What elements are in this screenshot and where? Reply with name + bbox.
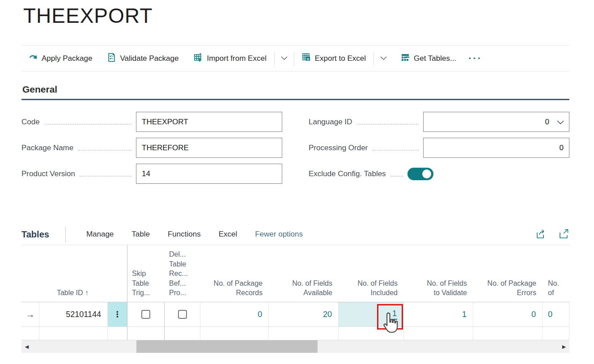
dotted-leader xyxy=(356,119,419,125)
import-from-excel-icon xyxy=(194,53,203,64)
package-name-field-row: Package Name xyxy=(21,138,282,158)
menu-excel[interactable]: Excel xyxy=(210,224,246,245)
general-right-column: Language ID Processing Order Exclude Con… xyxy=(309,112,569,190)
open-in-new-button[interactable] xyxy=(559,229,569,240)
export-to-excel-button[interactable]: X Export to Excel xyxy=(294,46,373,71)
chevron-down-icon xyxy=(281,55,288,62)
menu-fewer-options[interactable]: Fewer options xyxy=(246,224,312,245)
chevron-down-icon xyxy=(380,55,387,62)
get-tables-label: Get Tables... xyxy=(414,54,456,63)
share-button[interactable] xyxy=(536,229,547,240)
col-header-delete-table-records[interactable]: Del... Table Rec... Bef... Pro... xyxy=(165,245,200,302)
dotted-leader xyxy=(390,171,403,177)
skip-table-triggers-checkbox[interactable] xyxy=(141,310,150,319)
empty-cell[interactable] xyxy=(21,327,39,340)
general-left-column: Code Package Name Product Version xyxy=(21,112,282,190)
page-title: THEEXPORT xyxy=(23,4,153,28)
validate-package-button[interactable]: Validate Package xyxy=(100,46,186,71)
language-id-input[interactable] xyxy=(423,112,569,132)
empty-cell[interactable] xyxy=(339,327,404,340)
code-field-row: Code xyxy=(21,112,282,132)
package-name-input[interactable] xyxy=(136,138,282,158)
scrollbar-thumb[interactable] xyxy=(136,340,318,353)
cell-table-id[interactable]: 52101144 xyxy=(39,302,108,327)
export-to-excel-icon: X xyxy=(302,53,311,64)
sort-ascending-icon: ↑ xyxy=(85,288,89,298)
import-from-excel-split-chevron[interactable] xyxy=(275,46,294,71)
col-header-skip-table-triggers[interactable]: Skip Table Trig... xyxy=(127,245,165,302)
scroll-right-button[interactable]: ▶ xyxy=(559,340,569,353)
col-header-no-of-fields-to-validate[interactable]: No. of Fields to Validate xyxy=(404,245,473,302)
cell-no-of-fields-available[interactable]: 20 xyxy=(269,302,339,327)
horizontal-scrollbar[interactable]: ◀ ▶ xyxy=(21,340,569,353)
processing-order-input[interactable] xyxy=(423,138,569,158)
fields-included-link[interactable]: 1 xyxy=(392,309,397,320)
empty-cell[interactable] xyxy=(200,327,269,340)
open-in-new-icon xyxy=(559,233,569,240)
cell-no-of-package-records[interactable]: 0 xyxy=(200,302,269,327)
code-label: Code xyxy=(21,118,40,127)
get-tables-icon xyxy=(401,53,410,64)
scroll-left-button[interactable]: ◀ xyxy=(21,340,32,353)
product-version-input[interactable] xyxy=(136,164,282,184)
exclude-config-tables-toggle[interactable] xyxy=(407,168,433,180)
toggle-knob xyxy=(422,169,431,178)
general-section-heading[interactable]: General xyxy=(22,84,569,95)
language-id-combo xyxy=(423,112,569,132)
cell-delete-table-records xyxy=(165,302,200,327)
validate-package-icon xyxy=(107,53,116,64)
package-name-label: Package Name xyxy=(21,144,73,152)
caption-separator xyxy=(65,226,66,242)
table-id-header-label: Table ID xyxy=(57,288,83,298)
empty-cell[interactable] xyxy=(269,327,339,340)
col-header-no-of-package-records[interactable]: No. of Package Records xyxy=(200,245,269,302)
cell-no-of-fields-included[interactable]: 1 xyxy=(339,302,404,327)
import-from-excel-label: Import from Excel xyxy=(207,54,266,63)
tables-caption-row: Tables Manage Table Functions Excel Fewe… xyxy=(21,224,569,245)
empty-cell[interactable] xyxy=(108,327,127,340)
processing-order-field-row: Processing Order xyxy=(309,138,569,158)
row-arrow-icon: → xyxy=(26,309,35,320)
product-version-field-row: Product Version xyxy=(21,164,282,184)
cell-no-of-fields-to-validate[interactable]: 1 xyxy=(404,302,473,327)
empty-cell[interactable] xyxy=(39,327,108,340)
import-from-excel-button[interactable]: Import from Excel xyxy=(186,46,274,71)
general-section-rule xyxy=(21,99,569,100)
col-header-no-of-package-errors[interactable]: No. of Package Errors xyxy=(473,245,543,302)
more-options-button[interactable]: ··· xyxy=(464,54,487,63)
empty-cell[interactable] xyxy=(165,327,200,340)
col-header-clipped[interactable]: No. of xyxy=(543,245,569,302)
menu-manage[interactable]: Manage xyxy=(77,224,123,245)
tables-section-heading[interactable]: Tables xyxy=(21,229,49,240)
delete-table-records-checkbox[interactable] xyxy=(178,310,187,319)
export-to-excel-split-chevron[interactable] xyxy=(374,46,393,71)
validate-package-label: Validate Package xyxy=(120,54,178,63)
svg-text:X: X xyxy=(307,57,310,61)
empty-cell[interactable] xyxy=(473,327,543,340)
col-header-no-of-fields-included[interactable]: No. of Fields Included xyxy=(339,245,404,302)
col-header-table-id[interactable]: Table ID ↑ xyxy=(39,245,108,302)
empty-cell[interactable] xyxy=(127,327,165,340)
caption-icons xyxy=(536,229,569,240)
exclude-config-tables-field-row: Exclude Config. Tables xyxy=(309,164,569,184)
col-header-row-indicator xyxy=(21,245,39,302)
empty-cell[interactable] xyxy=(543,327,569,340)
row-context-menu-button[interactable]: ⋮ xyxy=(108,302,127,327)
cell-clipped-value[interactable]: 0 xyxy=(543,302,569,327)
product-version-label: Product Version xyxy=(21,169,75,178)
dotted-leader xyxy=(78,145,132,151)
export-to-excel-label: Export to Excel xyxy=(315,54,366,63)
empty-cell[interactable] xyxy=(404,327,473,340)
share-icon xyxy=(536,233,547,240)
language-id-label: Language ID xyxy=(309,118,352,127)
apply-package-button[interactable]: Apply Package xyxy=(21,46,100,71)
processing-order-label: Processing Order xyxy=(309,144,368,152)
menu-functions[interactable]: Functions xyxy=(159,224,210,245)
menu-table[interactable]: Table xyxy=(123,224,159,245)
code-input[interactable] xyxy=(136,112,282,132)
col-header-no-of-fields-available[interactable]: No. of Fields Available xyxy=(269,245,339,302)
language-id-field-row: Language ID xyxy=(309,112,569,132)
cell-no-of-package-errors[interactable]: 0 xyxy=(473,302,543,327)
dotted-leader xyxy=(44,119,132,125)
get-tables-button[interactable]: Get Tables... xyxy=(393,46,464,71)
